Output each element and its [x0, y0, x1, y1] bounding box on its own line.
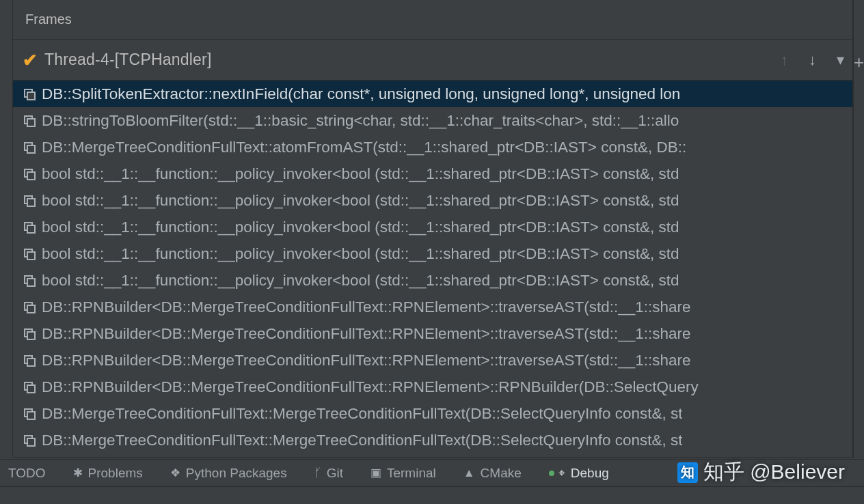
frame-icon [23, 194, 36, 208]
status-bar [0, 486, 864, 504]
frame-label: DB::MergeTreeConditionFullText::MergeTre… [42, 405, 682, 423]
frame-icon [23, 300, 36, 314]
svg-rect-21 [27, 359, 35, 366]
frame-label: bool std::__1::__function::__policy_invo… [42, 245, 679, 263]
stack-frame[interactable]: bool std::__1::__function::__policy_invo… [13, 267, 852, 294]
plus-icon[interactable]: + [854, 53, 864, 71]
frame-label: bool std::__1::__function::__policy_invo… [42, 192, 679, 210]
tab-python-packages[interactable]: ❖ Python Packages [170, 466, 287, 481]
frame-icon [23, 141, 36, 154]
tab-label: Terminal [387, 466, 436, 481]
stack-frame[interactable]: DB::RPNBuilder<DB::MergeTreeConditionFul… [13, 294, 852, 320]
frame-label: DB::MergeTreeConditionFullText::atomFrom… [42, 139, 686, 156]
tab-label: Python Packages [186, 466, 287, 481]
active-dot-icon [549, 471, 554, 476]
frame-icon [23, 167, 36, 181]
svg-rect-19 [27, 332, 35, 339]
frame-icon [23, 274, 36, 288]
frame-icon [23, 327, 36, 341]
svg-rect-5 [27, 145, 35, 153]
cmake-icon: ▲ [463, 467, 475, 479]
terminal-icon: ▣ [370, 467, 381, 479]
frame-icon [23, 434, 36, 447]
debug-icon: ⌖ [558, 467, 565, 479]
tab-label: Debug [571, 466, 609, 481]
arrow-down-icon[interactable]: ↓ [809, 51, 816, 69]
frame-label: DB::RPNBuilder<DB::MergeTreeConditionFul… [42, 378, 699, 396]
tab-label: TODO [8, 466, 46, 481]
tab-problems[interactable]: ✱ Problems [73, 466, 143, 481]
frame-icon [23, 247, 36, 261]
frames-header: Frames [13, 0, 852, 40]
tab-label: Git [327, 466, 343, 481]
stack-frame[interactable]: DB::RPNBuilder<DB::MergeTreeConditionFul… [13, 347, 852, 374]
stack-frame[interactable]: bool std::__1::__function::__policy_invo… [13, 187, 852, 214]
tab-label: Problems [88, 466, 143, 481]
problems-icon: ✱ [73, 467, 83, 479]
frame-icon [23, 407, 36, 421]
frame-label: DB::RPNBuilder<DB::MergeTreeConditionFul… [42, 352, 691, 369]
arrow-up-icon[interactable]: ↑ [781, 51, 788, 69]
frame-label: bool std::__1::__function::__policy_invo… [42, 165, 679, 183]
thread-controls: ↑ ↓ ▾ [781, 40, 844, 80]
frame-icon [23, 87, 36, 101]
stack-frame[interactable]: DB::RPNBuilder<DB::MergeTreeConditionFul… [13, 374, 852, 400]
svg-rect-25 [27, 412, 35, 419]
frame-icon [23, 114, 36, 128]
bottom-tool-bar: TODO ✱ Problems ❖ Python Packages ᚶ Git … [0, 459, 864, 486]
frame-label: DB::MergeTreeConditionFullText::MergeTre… [42, 432, 682, 449]
frame-label: bool std::__1::__function::__policy_invo… [42, 272, 679, 290]
git-branch-icon: ᚶ [314, 467, 321, 479]
chevron-down-icon[interactable]: ▾ [837, 51, 844, 69]
svg-rect-13 [27, 252, 35, 260]
svg-rect-3 [27, 119, 35, 126]
thread-name: Thread-4-[TCPHandler] [44, 51, 212, 69]
tab-label: CMake [481, 466, 522, 481]
frames-panel: Frames ✔ Thread-4-[TCPHandler] ↑ ↓ ▾ DB:… [12, 0, 853, 458]
frames-list: DB::SplitTokenExtractor::nextInField(cha… [13, 81, 852, 457]
stack-frame[interactable]: bool std::__1::__function::__policy_invo… [13, 214, 852, 240]
svg-rect-1 [27, 92, 35, 100]
frame-label: DB::stringToBloomFilter(std::__1::basic_… [42, 112, 679, 130]
frame-label: DB::SplitTokenExtractor::nextInField(cha… [42, 85, 680, 103]
tab-git[interactable]: ᚶ Git [314, 466, 343, 481]
tab-debug[interactable]: ⌖ Debug [549, 466, 609, 481]
tab-terminal[interactable]: ▣ Terminal [370, 466, 436, 481]
tab-cmake[interactable]: ▲ CMake [463, 466, 522, 481]
frames-title: Frames [25, 12, 72, 27]
check-icon: ✔ [23, 51, 38, 69]
svg-rect-23 [27, 385, 35, 393]
tab-todo[interactable]: TODO [8, 466, 46, 481]
stack-frame[interactable]: DB::SplitTokenExtractor::nextInField(cha… [13, 81, 852, 107]
svg-rect-9 [27, 199, 35, 206]
stack-frame[interactable]: DB::MergeTreeConditionFullText::MergeTre… [13, 427, 852, 453]
svg-rect-11 [27, 225, 35, 233]
frame-label: DB::RPNBuilder<DB::MergeTreeConditionFul… [42, 298, 691, 316]
packages-icon: ❖ [170, 467, 180, 479]
stack-frame[interactable]: bool std::__1::__function::__policy_invo… [13, 160, 852, 187]
stack-frame[interactable]: DB::stringToBloomFilter(std::__1::basic_… [13, 107, 852, 134]
frame-label: bool std::__1::__function::__policy_invo… [42, 219, 679, 236]
tool-window-right-strip: + [853, 0, 864, 458]
frame-icon [23, 380, 36, 394]
thread-selector[interactable]: ✔ Thread-4-[TCPHandler] ↑ ↓ ▾ [13, 40, 852, 81]
frame-icon [23, 221, 36, 234]
stack-frame[interactable]: DB::MergeTreeConditionFullText::MergeTre… [13, 400, 852, 427]
svg-rect-15 [27, 279, 35, 286]
stack-frame[interactable]: DB::RPNBuilder<DB::MergeTreeConditionFul… [13, 320, 852, 347]
svg-rect-17 [27, 305, 35, 313]
stack-frame[interactable]: DB::MergeTreeConditionFullText::atomFrom… [13, 134, 852, 160]
frame-label: DB::RPNBuilder<DB::MergeTreeConditionFul… [42, 325, 691, 343]
svg-rect-27 [27, 438, 35, 446]
stack-frame[interactable]: bool std::__1::__function::__policy_invo… [13, 240, 852, 267]
svg-rect-7 [27, 172, 35, 180]
frame-icon [23, 354, 36, 367]
